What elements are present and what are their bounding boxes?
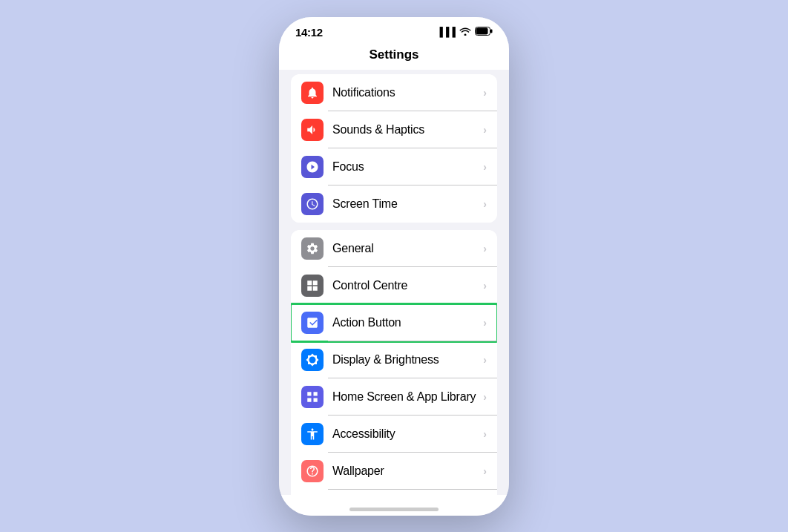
displaybrightness-label: Display & Brightness: [332, 353, 483, 367]
homescreen-icon: [301, 386, 324, 408]
actionbutton-label: Action Button: [332, 316, 483, 329]
displaybrightness-chevron: ›: [483, 354, 487, 366]
screentime-chevron: ›: [483, 198, 487, 210]
focus-chevron: ›: [483, 161, 487, 173]
screentime-label: Screen Time: [332, 197, 483, 211]
accessibility-label: Accessibility: [332, 427, 483, 441]
actionbutton-icon: [301, 312, 324, 334]
general-chevron: ›: [483, 243, 487, 254]
wallpaper-icon: [301, 460, 324, 482]
row-notifications[interactable]: Notifications ›: [291, 74, 497, 111]
focus-icon: [301, 156, 324, 178]
focus-label: Focus: [332, 160, 483, 174]
sounds-label: Sounds & Haptics: [332, 123, 483, 137]
section-top: Notifications › Sounds & Haptics ›: [291, 74, 497, 223]
settings-title: Settings: [279, 42, 509, 70]
status-icons: ▐▐▐: [436, 27, 493, 38]
row-general[interactable]: General ›: [291, 230, 497, 267]
notifications-label: Notifications: [332, 86, 483, 99]
signal-icon: ▐▐▐: [436, 27, 456, 37]
notifications-icon: [301, 82, 324, 104]
actionbutton-chevron: ›: [483, 317, 487, 329]
battery-icon: [475, 27, 493, 38]
wifi-icon: [459, 27, 471, 38]
accessibility-icon: [301, 423, 324, 445]
status-time: 14:12: [295, 26, 323, 39]
row-screentime[interactable]: Screen Time ›: [291, 185, 497, 223]
row-standby[interactable]: StandBy ›: [291, 490, 497, 495]
controlcentre-chevron: ›: [483, 280, 487, 292]
row-accessibility[interactable]: Accessibility ›: [291, 416, 497, 453]
phone-frame: 14:12 ▐▐▐ Settings: [279, 17, 509, 516]
displaybrightness-icon: [301, 349, 324, 371]
screentime-icon: [301, 193, 324, 215]
bottom-indicator: [279, 495, 509, 516]
home-indicator: [349, 508, 439, 511]
section-middle: General › Control Centre › Action: [291, 230, 497, 495]
general-icon: [301, 237, 324, 260]
wallpaper-label: Wallpaper: [332, 464, 483, 478]
row-sounds[interactable]: Sounds & Haptics ›: [291, 111, 497, 148]
homescreen-chevron: ›: [483, 391, 487, 403]
scroll-area[interactable]: Notifications › Sounds & Haptics ›: [279, 70, 509, 495]
homescreen-label: Home Screen & App Library: [332, 390, 483, 404]
accessibility-chevron: ›: [483, 428, 487, 440]
controlcentre-icon: [301, 275, 324, 297]
row-focus[interactable]: Focus ›: [291, 148, 497, 185]
row-homescreen[interactable]: Home Screen & App Library ›: [291, 378, 497, 416]
row-actionbutton[interactable]: Action Button ›: [291, 304, 497, 341]
wallpaper-chevron: ›: [483, 465, 487, 477]
row-wallpaper[interactable]: Wallpaper ›: [291, 453, 497, 490]
status-bar: 14:12 ▐▐▐: [279, 17, 509, 42]
sounds-icon: [301, 119, 324, 141]
row-controlcentre[interactable]: Control Centre ›: [291, 267, 497, 304]
svg-rect-2: [476, 27, 488, 34]
svg-rect-1: [490, 29, 493, 33]
row-displaybrightness[interactable]: Display & Brightness ›: [291, 341, 497, 378]
general-label: General: [332, 242, 483, 255]
sounds-chevron: ›: [483, 124, 487, 136]
controlcentre-label: Control Centre: [332, 279, 483, 292]
notifications-chevron: ›: [483, 87, 487, 99]
